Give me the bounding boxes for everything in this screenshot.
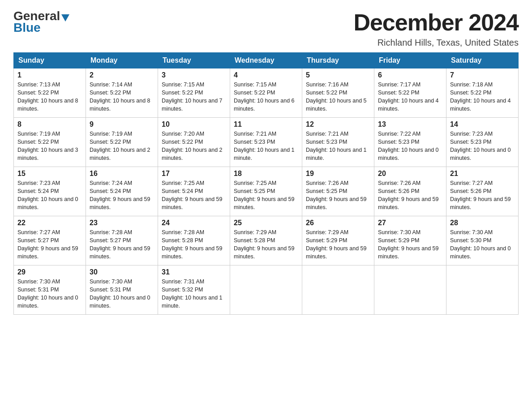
calendar-cell: 25 Sunrise: 7:29 AMSunset: 5:28 PMDaylig… — [230, 216, 302, 265]
day-number: 28 — [450, 219, 515, 227]
day-number: 6 — [378, 71, 442, 79]
day-info: Sunrise: 7:28 AMSunset: 5:27 PMDaylight:… — [90, 229, 150, 260]
day-number: 27 — [378, 219, 442, 227]
day-number: 14 — [450, 120, 515, 128]
day-info: Sunrise: 7:14 AMSunset: 5:22 PMDaylight:… — [90, 81, 150, 112]
header-day-saturday: Saturday — [446, 53, 519, 68]
day-info: Sunrise: 7:22 AMSunset: 5:23 PMDaylight:… — [378, 131, 439, 161]
header-day-friday: Friday — [374, 53, 446, 68]
day-info: Sunrise: 7:23 AMSunset: 5:23 PMDaylight:… — [450, 131, 511, 161]
calendar-cell: 14 Sunrise: 7:23 AMSunset: 5:23 PMDaylig… — [446, 118, 519, 167]
logo-arrow-icon — [61, 14, 69, 21]
day-info: Sunrise: 7:21 AMSunset: 5:23 PMDaylight:… — [234, 131, 295, 161]
day-info: Sunrise: 7:30 AMSunset: 5:31 PMDaylight:… — [17, 278, 78, 309]
calendar-cell: 16 Sunrise: 7:24 AMSunset: 5:24 PMDaylig… — [86, 167, 158, 216]
day-info: Sunrise: 7:21 AMSunset: 5:23 PMDaylight:… — [306, 131, 367, 161]
week-row-4: 22 Sunrise: 7:27 AMSunset: 5:27 PMDaylig… — [14, 216, 519, 265]
day-info: Sunrise: 7:29 AMSunset: 5:28 PMDaylight:… — [234, 229, 295, 260]
page-header: General Blue December 2024 Richland Hill… — [13, 9, 519, 48]
header-day-sunday: Sunday — [14, 53, 86, 68]
calendar-cell: 26 Sunrise: 7:29 AMSunset: 5:29 PMDaylig… — [302, 216, 374, 265]
calendar-cell — [446, 265, 519, 315]
day-number: 3 — [162, 71, 226, 79]
day-number: 4 — [234, 71, 298, 79]
day-info: Sunrise: 7:30 AMSunset: 5:29 PMDaylight:… — [378, 229, 439, 260]
calendar-cell: 4 Sunrise: 7:15 AMSunset: 5:22 PMDayligh… — [230, 68, 302, 118]
day-number: 20 — [378, 170, 442, 178]
header-day-monday: Monday — [86, 53, 158, 68]
day-number: 8 — [17, 120, 82, 128]
calendar-cell — [374, 265, 446, 315]
day-info: Sunrise: 7:30 AMSunset: 5:30 PMDaylight:… — [450, 229, 511, 260]
day-number: 5 — [306, 71, 370, 79]
day-info: Sunrise: 7:26 AMSunset: 5:26 PMDaylight:… — [378, 180, 439, 210]
day-number: 19 — [306, 170, 370, 178]
calendar-cell: 24 Sunrise: 7:28 AMSunset: 5:28 PMDaylig… — [158, 216, 230, 265]
day-info: Sunrise: 7:19 AMSunset: 5:22 PMDaylight:… — [90, 131, 150, 161]
day-number: 15 — [17, 170, 82, 178]
calendar-cell — [302, 265, 374, 315]
calendar-cell: 9 Sunrise: 7:19 AMSunset: 5:22 PMDayligh… — [86, 118, 158, 167]
day-number: 31 — [162, 268, 226, 276]
calendar-cell: 27 Sunrise: 7:30 AMSunset: 5:29 PMDaylig… — [374, 216, 446, 265]
day-number: 13 — [378, 120, 442, 128]
day-info: Sunrise: 7:24 AMSunset: 5:24 PMDaylight:… — [90, 180, 150, 210]
day-info: Sunrise: 7:23 AMSunset: 5:24 PMDaylight:… — [17, 180, 78, 210]
day-number: 23 — [90, 219, 154, 227]
calendar-cell: 1 Sunrise: 7:13 AMSunset: 5:22 PMDayligh… — [14, 68, 86, 118]
day-info: Sunrise: 7:25 AMSunset: 5:24 PMDaylight:… — [162, 180, 223, 210]
day-info: Sunrise: 7:19 AMSunset: 5:22 PMDaylight:… — [17, 131, 78, 161]
calendar-title: December 2024 — [353, 9, 519, 36]
calendar-cell: 7 Sunrise: 7:18 AMSunset: 5:22 PMDayligh… — [446, 68, 519, 118]
day-number: 25 — [234, 219, 298, 227]
calendar-cell: 28 Sunrise: 7:30 AMSunset: 5:30 PMDaylig… — [446, 216, 519, 265]
day-info: Sunrise: 7:17 AMSunset: 5:22 PMDaylight:… — [378, 81, 439, 112]
calendar-cell: 31 Sunrise: 7:31 AMSunset: 5:32 PMDaylig… — [158, 265, 230, 315]
day-info: Sunrise: 7:15 AMSunset: 5:22 PMDaylight:… — [234, 81, 295, 112]
day-info: Sunrise: 7:16 AMSunset: 5:22 PMDaylight:… — [306, 81, 367, 112]
calendar-cell: 29 Sunrise: 7:30 AMSunset: 5:31 PMDaylig… — [14, 265, 86, 315]
header-day-wednesday: Wednesday — [230, 53, 302, 68]
day-number: 9 — [90, 120, 154, 128]
day-number: 18 — [234, 170, 298, 178]
calendar-cell: 2 Sunrise: 7:14 AMSunset: 5:22 PMDayligh… — [86, 68, 158, 118]
day-info: Sunrise: 7:26 AMSunset: 5:25 PMDaylight:… — [306, 180, 367, 210]
calendar-cell: 22 Sunrise: 7:27 AMSunset: 5:27 PMDaylig… — [14, 216, 86, 265]
week-row-5: 29 Sunrise: 7:30 AMSunset: 5:31 PMDaylig… — [14, 265, 519, 315]
day-info: Sunrise: 7:29 AMSunset: 5:29 PMDaylight:… — [306, 229, 367, 260]
calendar-cell: 17 Sunrise: 7:25 AMSunset: 5:24 PMDaylig… — [158, 167, 230, 216]
day-number: 29 — [17, 268, 82, 276]
day-info: Sunrise: 7:13 AMSunset: 5:22 PMDaylight:… — [17, 81, 78, 112]
calendar-cell: 3 Sunrise: 7:15 AMSunset: 5:22 PMDayligh… — [158, 68, 230, 118]
week-row-2: 8 Sunrise: 7:19 AMSunset: 5:22 PMDayligh… — [14, 118, 519, 167]
day-info: Sunrise: 7:30 AMSunset: 5:31 PMDaylight:… — [90, 278, 150, 309]
day-number: 7 — [450, 71, 515, 79]
day-info: Sunrise: 7:18 AMSunset: 5:22 PMDaylight:… — [450, 81, 511, 112]
day-number: 17 — [162, 170, 226, 178]
day-number: 2 — [90, 71, 154, 79]
calendar-body: 1 Sunrise: 7:13 AMSunset: 5:22 PMDayligh… — [14, 68, 519, 315]
day-info: Sunrise: 7:31 AMSunset: 5:32 PMDaylight:… — [162, 278, 223, 309]
week-row-3: 15 Sunrise: 7:23 AMSunset: 5:24 PMDaylig… — [14, 167, 519, 216]
calendar-cell: 30 Sunrise: 7:30 AMSunset: 5:31 PMDaylig… — [86, 265, 158, 315]
day-number: 22 — [17, 219, 82, 227]
calendar-cell: 21 Sunrise: 7:27 AMSunset: 5:26 PMDaylig… — [446, 167, 519, 216]
calendar-cell: 8 Sunrise: 7:19 AMSunset: 5:22 PMDayligh… — [14, 118, 86, 167]
calendar-cell: 15 Sunrise: 7:23 AMSunset: 5:24 PMDaylig… — [14, 167, 86, 216]
calendar-cell: 11 Sunrise: 7:21 AMSunset: 5:23 PMDaylig… — [230, 118, 302, 167]
calendar-cell — [230, 265, 302, 315]
day-info: Sunrise: 7:25 AMSunset: 5:25 PMDaylight:… — [234, 180, 295, 210]
header-row: SundayMondayTuesdayWednesdayThursdayFrid… — [14, 53, 519, 68]
day-info: Sunrise: 7:27 AMSunset: 5:27 PMDaylight:… — [17, 229, 78, 260]
day-info: Sunrise: 7:20 AMSunset: 5:22 PMDaylight:… — [162, 131, 223, 161]
day-number: 10 — [162, 120, 226, 128]
calendar-cell: 23 Sunrise: 7:28 AMSunset: 5:27 PMDaylig… — [86, 216, 158, 265]
calendar-subtitle: Richland Hills, Texas, United States — [353, 38, 519, 48]
calendar-cell: 18 Sunrise: 7:25 AMSunset: 5:25 PMDaylig… — [230, 167, 302, 216]
day-number: 1 — [17, 71, 82, 79]
calendar-cell: 20 Sunrise: 7:26 AMSunset: 5:26 PMDaylig… — [374, 167, 446, 216]
calendar-table: SundayMondayTuesdayWednesdayThursdayFrid… — [13, 52, 519, 315]
calendar-cell: 5 Sunrise: 7:16 AMSunset: 5:22 PMDayligh… — [302, 68, 374, 118]
calendar-cell: 10 Sunrise: 7:20 AMSunset: 5:22 PMDaylig… — [158, 118, 230, 167]
calendar-cell: 12 Sunrise: 7:21 AMSunset: 5:23 PMDaylig… — [302, 118, 374, 167]
